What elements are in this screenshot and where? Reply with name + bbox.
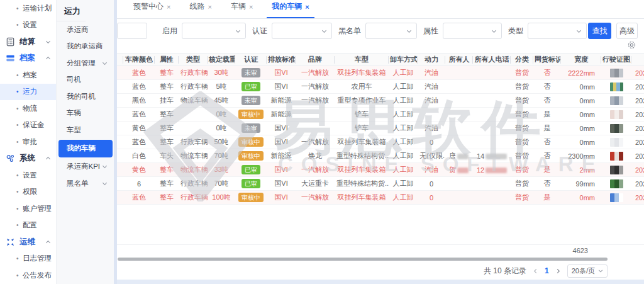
filter-select-1[interactable] (272, 23, 332, 39)
calculator-icon (6, 37, 15, 47)
sidebar-section-3[interactable]: 档案 (0, 50, 56, 67)
cell-unload: 人工卸 (389, 149, 418, 163)
advanced-button[interactable]: 高级 (616, 23, 638, 39)
submenu-item-4[interactable]: 我的司机 (57, 88, 114, 105)
filter-select-0[interactable] (182, 23, 246, 39)
column-header-12[interactable]: 分类 (511, 54, 533, 66)
page-number[interactable]: 1 (545, 266, 549, 275)
gear-icon[interactable] (627, 40, 636, 53)
license-image-thumbnail[interactable] (610, 110, 623, 119)
keyword-input[interactable] (117, 23, 147, 39)
submenu-item-1[interactable]: 我的承运商 (57, 38, 114, 55)
sidebar-item-4[interactable]: •档案 (0, 67, 56, 84)
table-row[interactable]: 黄色整车0吨未审国VI铲车人工卸汽油普货是0mm2023- (117, 122, 644, 135)
column-header-6[interactable]: 品牌 (296, 54, 335, 66)
search-button[interactable]: 查找 (588, 23, 611, 39)
license-image-thumbnail[interactable] (610, 152, 623, 161)
column-header-0[interactable]: 车牌颜色 (123, 54, 155, 66)
cell-model: 双挂列车集装箱 (335, 135, 389, 149)
sidebar-section-9[interactable]: 系统 (0, 151, 56, 168)
sidebar-item-7[interactable]: •保证金 (0, 117, 56, 134)
sidebar-item-5[interactable]: •运力 (0, 84, 56, 101)
page-size-select[interactable]: 20条/页 (567, 264, 608, 278)
column-header-3[interactable]: 核定载重 (208, 54, 235, 66)
license-image-thumbnail[interactable] (610, 82, 623, 91)
prev-page-button[interactable] (533, 268, 538, 274)
table-row[interactable]: 蓝色整车行政车辆5吨已审国VI一汽解放农用车人工卸汽油普货否0mm2023- (117, 80, 644, 94)
sidebar-item-0[interactable]: •运输计划 (0, 0, 56, 17)
table-row[interactable]: 白色车头物流车辆70吨审核中新能源焕龙重型特殊结构货...人工卸无(仅限...唐… (117, 149, 644, 163)
submenu-item-2[interactable]: 分组管理 (57, 55, 114, 72)
sidebar-item-10[interactable]: •设置 (0, 167, 56, 184)
license-image-thumbnail[interactable] (610, 138, 623, 147)
cell-phone (473, 191, 511, 205)
column-header-10[interactable]: 所有人 (445, 54, 473, 66)
column-header-2[interactable]: 类型 (179, 54, 208, 66)
sidebar-item-8[interactable]: •审批 (0, 133, 56, 151)
column-header-15[interactable]: 行驶证图片 (601, 54, 631, 66)
sidebar-item-16[interactable]: •公告发布 (0, 267, 56, 284)
filter-select-4[interactable] (528, 23, 587, 39)
column-header-7[interactable]: 车型 (335, 54, 389, 66)
license-image-thumbnail[interactable] (610, 179, 623, 188)
column-header-5[interactable]: 排放标准 (267, 54, 296, 66)
column-header-14[interactable]: 宽度 (561, 54, 601, 66)
filter-select-2[interactable] (365, 23, 417, 39)
license-image-thumbnail[interactable] (610, 96, 623, 105)
sidebar-item-11[interactable]: •权限 (0, 184, 56, 201)
pinned-cell (117, 191, 123, 205)
sidebar-item-label: 日志管理 (23, 254, 52, 263)
tab-3[interactable]: 我的车辆× (267, 1, 314, 18)
column-header-9[interactable]: 动力 (418, 54, 445, 66)
sidebar-item-1[interactable]: •设置 (0, 17, 56, 34)
column-header-1[interactable]: 属性 (155, 54, 179, 66)
sidebar-item-12[interactable]: •账户管理 (0, 200, 56, 217)
license-image-thumbnail[interactable] (610, 124, 623, 133)
column-header-8[interactable]: 卸车方式 (389, 54, 418, 66)
table-row[interactable]: 黑色挂车物流车辆45吨未审新能源一汽解放重型专项作业车人工卸汽油普货否0mm20… (117, 94, 644, 108)
cell-phone (473, 66, 511, 80)
submenu-item-0[interactable]: 承运商 (57, 21, 114, 38)
close-icon[interactable]: × (208, 3, 211, 11)
cell-vtype: 行政车辆 (179, 66, 208, 80)
license-image-thumbnail[interactable] (610, 69, 623, 77)
sidebar-section-14[interactable]: 运维 (0, 234, 56, 251)
column-header-4[interactable]: 认证 (235, 54, 267, 66)
submenu-item-7[interactable]: 我的车辆 (58, 140, 113, 157)
next-page-button[interactable] (555, 268, 561, 274)
table-row[interactable]: 蓝色整车0吨审核中新能源铲车人工卸普货是0mm2023- (117, 108, 644, 122)
close-icon[interactable]: × (167, 3, 170, 11)
table-row[interactable]: 蓝色整车行政车辆100吨审核中国VI一汽解放双挂列车集装箱人工卸0普货是0mm2… (117, 191, 644, 205)
sidebar-item-6[interactable]: •物流 (0, 100, 56, 117)
pagination-bar: 共 10 条记录 1 20条/页 (117, 262, 644, 280)
cell-thumb (601, 149, 631, 163)
submenu-item-9[interactable]: 黑名单 (57, 175, 114, 192)
submenu-item-3[interactable]: 司机 (57, 72, 114, 89)
column-header-13[interactable]: 网货标识 (533, 54, 561, 66)
cell-owner (445, 94, 473, 108)
sidebar-section-2[interactable]: 结算 (0, 33, 56, 50)
sidebar-item-15[interactable]: •日志管理 (0, 251, 56, 268)
tab-1[interactable]: 线路× (184, 1, 216, 18)
filter-select-3[interactable] (443, 23, 502, 39)
redacted-text (457, 154, 469, 159)
license-image-thumbnail[interactable] (610, 166, 623, 174)
submenu-item-6[interactable]: 车型 (57, 122, 114, 139)
submenu-item-8[interactable]: 承运商KPI (57, 159, 114, 176)
table-row[interactable]: 黄色整车物流车辆33吨已审国VI一汽解放双挂列车集装箱人工卸汽油贺12普货是2m… (117, 163, 644, 177)
table-row[interactable]: 蓝色整车行政车辆50吨审核中国VI一汽解放双挂列车集装箱人工卸0普货否0mm20… (117, 135, 644, 149)
cell-phone (473, 122, 511, 135)
close-icon[interactable]: × (249, 3, 253, 11)
close-icon[interactable]: × (305, 3, 309, 11)
horizontal-scrollbar-thumb[interactable] (118, 258, 608, 261)
license-image-thumbnail[interactable] (610, 193, 623, 202)
column-header-16[interactable] (631, 54, 644, 66)
tab-0[interactable]: 预警中心× (128, 1, 175, 18)
table-row[interactable]: 蓝色整车行政车辆30吨未审国VI一汽解放双挂列车集装箱人工卸汽油普货否2222m… (117, 66, 644, 80)
column-header-11[interactable]: 所有人电话 (473, 54, 511, 66)
submenu-item-5[interactable]: 车辆 (57, 105, 114, 122)
cell-net_flag: 否 (533, 80, 561, 94)
table-row[interactable]: 6整车行政车辆70吨已审国VI大运重卡重型特殊结构货...人工卸0普货否99mm… (117, 177, 644, 191)
tab-2[interactable]: 车辆× (226, 1, 258, 18)
sidebar-item-13[interactable]: •配置 (0, 217, 56, 234)
